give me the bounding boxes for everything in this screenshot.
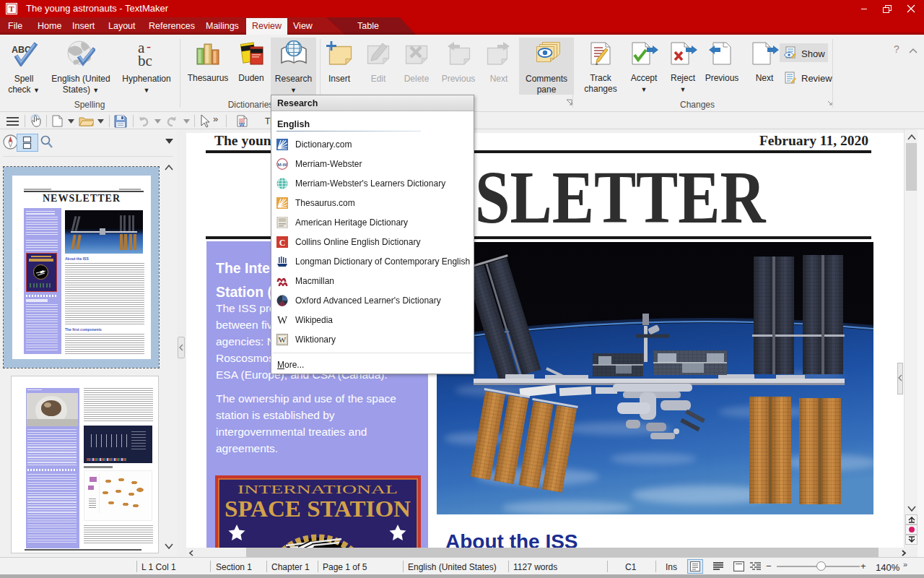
- svg-text:W: W: [239, 121, 245, 128]
- svg-text:W: W: [279, 335, 287, 344]
- svg-text:W: W: [277, 314, 288, 326]
- svg-text:bc: bc: [138, 52, 152, 66]
- svg-text:INTERNATIONAL: INTERNATIONAL: [237, 483, 398, 496]
- svg-text:SPACE STATION: SPACE STATION: [225, 496, 411, 522]
- svg-text:C: C: [279, 238, 286, 248]
- svg-text:T: T: [9, 4, 14, 13]
- svg-text:M-W: M-W: [278, 163, 287, 167]
